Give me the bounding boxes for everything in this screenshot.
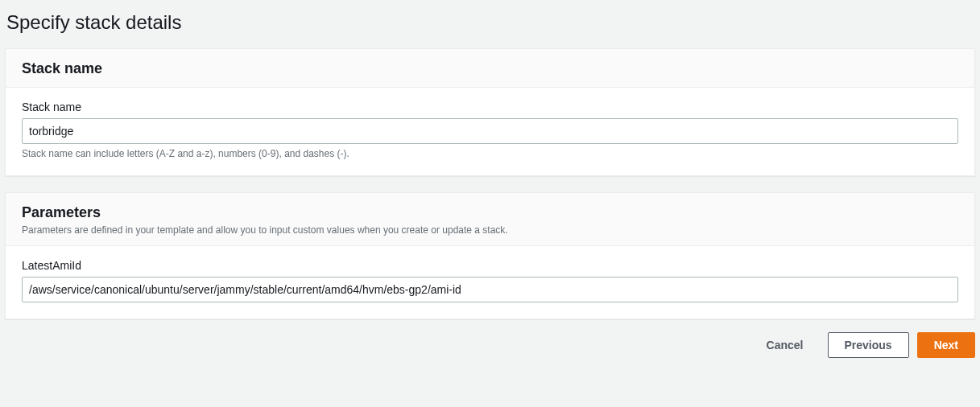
stack-name-input[interactable] — [22, 118, 958, 144]
parameters-section-desc: Parameters are defined in your template … — [22, 224, 958, 236]
parameters-body: LatestAmiId — [6, 246, 974, 319]
stack-name-section: Stack name Stack name Stack name can inc… — [5, 48, 975, 176]
parameters-header: Parameters Parameters are defined in you… — [6, 193, 974, 246]
stack-name-hint: Stack name can include letters (A-Z and … — [22, 148, 958, 159]
page-title: Specify stack details — [5, 0, 975, 48]
cancel-button[interactable]: Cancel — [751, 332, 820, 358]
parameters-section-title: Parameters — [22, 204, 958, 221]
previous-button[interactable]: Previous — [828, 332, 909, 358]
parameters-section: Parameters Parameters are defined in you… — [5, 192, 975, 319]
stack-name-label: Stack name — [22, 101, 958, 113]
next-button[interactable]: Next — [917, 332, 975, 358]
stack-name-body: Stack name Stack name can include letter… — [6, 88, 974, 175]
stack-name-header: Stack name — [6, 49, 974, 88]
param-latestamiid-label: LatestAmiId — [22, 259, 958, 272]
param-latestamiid-input[interactable] — [22, 277, 958, 302]
wizard-actions: Cancel Previous Next — [5, 319, 975, 358]
stack-name-section-title: Stack name — [22, 60, 958, 77]
